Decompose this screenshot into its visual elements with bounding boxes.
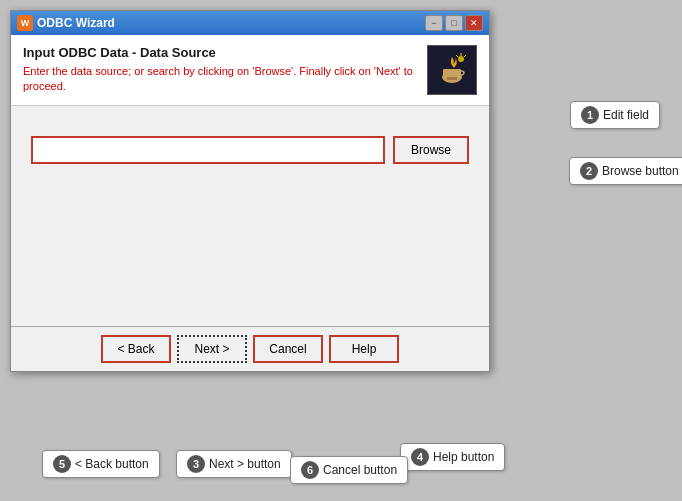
header-logo [427,45,477,95]
svg-point-4 [458,56,464,62]
callout-browse-button: 2Browse button [569,157,682,185]
help-button[interactable]: Help [329,335,399,363]
callout-back-button: 5< Back button [42,450,160,478]
input-row: Browse [31,136,469,164]
close-button[interactable]: ✕ [465,15,483,31]
header-text: Input ODBC Data - Data Source Enter the … [23,45,417,95]
odbc-wizard-window: W ODBC Wizard − □ ✕ Input ODBC Data - Da… [10,10,490,372]
callout-edit-field: 1Edit field [570,101,660,129]
callout-help-button: 4Help button [400,443,505,471]
cancel-button[interactable]: Cancel [253,335,323,363]
header-title: Input ODBC Data - Data Source [23,45,417,60]
window-controls: − □ ✕ [425,15,483,31]
callout-cancel-button: 6Cancel button [290,456,408,484]
svg-line-7 [456,55,458,57]
callout-next-button: 3Next > button [176,450,292,478]
title-bar: W ODBC Wizard − □ ✕ [11,11,489,35]
data-source-input[interactable] [31,136,385,164]
window-title: ODBC Wizard [37,16,421,30]
header-description: Enter the data source; or search by clic… [23,64,417,95]
svg-rect-2 [447,77,457,80]
back-button[interactable]: < Back [101,335,171,363]
window-icon: W [17,15,33,31]
minimize-button[interactable]: − [425,15,443,31]
browse-button[interactable]: Browse [393,136,469,164]
next-button[interactable]: Next > [177,335,247,363]
footer-area: < Back Next > Cancel Help [11,326,489,371]
content-area: Browse [11,106,489,326]
maximize-button[interactable]: □ [445,15,463,31]
header-area: Input ODBC Data - Data Source Enter the … [11,35,489,106]
svg-line-6 [464,55,466,57]
